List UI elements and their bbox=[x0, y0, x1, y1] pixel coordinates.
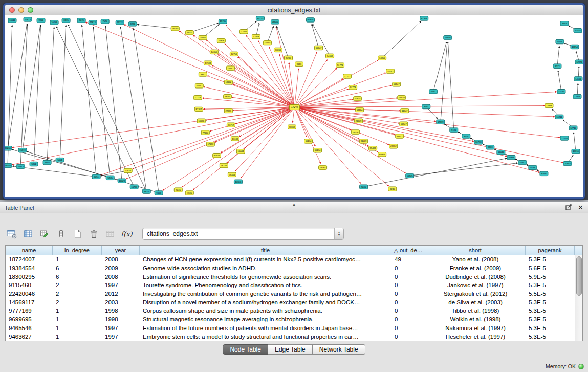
graph-node[interactable]: 16648 bbox=[444, 35, 452, 39]
graph-node[interactable]: 42752 bbox=[195, 84, 203, 88]
graph-node[interactable]: 10154 bbox=[574, 29, 582, 33]
column-header-short[interactable]: short bbox=[425, 246, 526, 255]
close-window-button[interactable] bbox=[9, 7, 15, 13]
graph-node[interactable]: 11813 bbox=[89, 20, 97, 25]
column-header-name[interactable]: name bbox=[6, 246, 53, 255]
graph-node[interactable]: 91469 bbox=[360, 139, 368, 143]
graph-node[interactable]: 12713 bbox=[193, 95, 202, 99]
rename-column-icon[interactable] bbox=[54, 227, 68, 241]
graph-node[interactable]: 92450 bbox=[540, 171, 548, 176]
graph-node[interactable]: 5051 bbox=[56, 158, 64, 162]
graph-node[interactable]: 9245 bbox=[529, 165, 537, 169]
graph-node[interactable]: 95723 bbox=[256, 16, 264, 20]
graph-node[interactable]: 87771 bbox=[349, 85, 357, 90]
graph-node[interactable]: 13262 bbox=[224, 80, 232, 84]
graph-node[interactable]: 17210 bbox=[560, 136, 569, 140]
graph-node[interactable]: 10306 bbox=[234, 180, 242, 184]
graph-node[interactable]: 9105 bbox=[462, 134, 470, 138]
graph-node[interactable]: 18757 bbox=[386, 69, 395, 73]
graph-node[interactable]: 9687 bbox=[223, 94, 231, 98]
graph-node[interactable]: 10313 bbox=[16, 164, 25, 168]
graph-node[interactable]: 14016 bbox=[352, 130, 360, 134]
column-header-out_de[interactable]: △ out_de… bbox=[391, 246, 425, 255]
graph-node[interactable]: 67919 bbox=[437, 120, 445, 124]
graph-node[interactable]: 9597 bbox=[560, 21, 569, 26]
network-canvas[interactable]: 1661222613996410154813590701181375701512… bbox=[5, 15, 583, 197]
tab-network-table[interactable]: Network Table bbox=[313, 344, 365, 355]
graph-node[interactable]: 15134 bbox=[304, 139, 313, 143]
graph-node[interactable]: 17594 bbox=[204, 61, 212, 65]
graph-node[interactable]: 16733 bbox=[130, 185, 138, 189]
graph-node[interactable]: 14154 bbox=[574, 77, 582, 81]
graph-node[interactable]: 9191 bbox=[450, 128, 458, 132]
graph-node[interactable]: 16733 bbox=[474, 140, 483, 144]
graph-node[interactable]: 81304 bbox=[307, 18, 315, 22]
graph-node[interactable]: 36717 bbox=[227, 123, 235, 127]
graph-node[interactable]: 9245 bbox=[174, 188, 182, 192]
graph-node[interactable]: 7570 bbox=[101, 19, 109, 24]
graph-node[interactable]: 5905 bbox=[106, 176, 114, 180]
graph-node[interactable]: 9105 bbox=[155, 191, 163, 195]
graph-node[interactable]: 9021 bbox=[185, 31, 193, 35]
graph-node[interactable]: 9862 bbox=[199, 72, 207, 76]
graph-node[interactable]: 10945 bbox=[507, 155, 515, 159]
show-columns-icon[interactable] bbox=[21, 227, 35, 241]
graph-node[interactable]: 17249 bbox=[289, 105, 299, 110]
graph-node[interactable]: 18302 bbox=[288, 125, 296, 129]
new-document-icon[interactable] bbox=[71, 227, 84, 241]
graph-node[interactable]: 78154 bbox=[220, 163, 228, 167]
graph-node[interactable]: 5901 bbox=[30, 162, 38, 166]
graph-node[interactable]: 17635 bbox=[124, 168, 132, 172]
graph-node[interactable]: 9833 bbox=[142, 189, 150, 193]
graph-node[interactable]: 54931 bbox=[396, 134, 404, 138]
graph-node[interactable]: 12756 bbox=[230, 52, 238, 56]
graph-node[interactable]: 9245 bbox=[388, 187, 397, 191]
function-builder-icon[interactable]: f(x) bbox=[120, 227, 134, 241]
graph-node[interactable]: 14650 bbox=[210, 50, 218, 54]
graph-node[interactable]: 15910 bbox=[398, 95, 406, 99]
graph-node[interactable]: 10945 bbox=[406, 173, 414, 178]
graph-node[interactable]: 15121 bbox=[116, 20, 124, 25]
graph-node[interactable]: 5905 bbox=[43, 160, 51, 164]
edit-table-icon[interactable] bbox=[38, 227, 52, 241]
graph-node[interactable]: 16816 bbox=[274, 48, 282, 52]
graph-node[interactable]: 80965 bbox=[378, 152, 386, 156]
graph-node[interactable]: 6791 bbox=[429, 90, 438, 94]
graph-node[interactable]: 10211 bbox=[555, 115, 563, 119]
graph-node[interactable]: 74850 bbox=[378, 56, 386, 60]
column-header-year[interactable]: year bbox=[102, 246, 140, 255]
graph-node[interactable]: 76344 bbox=[228, 172, 236, 177]
graph-node[interactable]: 12974 bbox=[575, 60, 583, 64]
graph-node[interactable]: 49312 bbox=[389, 144, 398, 148]
graph-node[interactable]: 16046 bbox=[497, 150, 505, 155]
graph-node[interactable]: 15547 bbox=[315, 46, 323, 50]
network-window[interactable]: citations_edges.txt 16612226139964101548… bbox=[3, 3, 585, 199]
graph-node[interactable]: 22406 bbox=[239, 30, 248, 34]
graph-node[interactable]: 16547 bbox=[400, 122, 408, 126]
network-window-titlebar[interactable]: citations_edges.txt bbox=[5, 5, 583, 16]
graph-node[interactable]: 22613 bbox=[24, 17, 32, 21]
tab-node-table[interactable]: Node Table bbox=[223, 344, 268, 355]
graph-node[interactable]: 91504 bbox=[212, 153, 221, 157]
graph-node[interactable]: 10154 bbox=[50, 20, 58, 25]
graph-node[interactable]: 19193 bbox=[5, 163, 12, 167]
graph-node[interactable]: 27351 bbox=[224, 108, 232, 113]
graph-node[interactable]: 20057 bbox=[199, 35, 207, 39]
graph-node[interactable]: 5051 bbox=[92, 174, 100, 179]
minimize-window-button[interactable] bbox=[18, 7, 24, 13]
table-row[interactable]: 1456911722003Disruption of a novel membe… bbox=[6, 298, 575, 307]
zoom-window-button[interactable] bbox=[28, 7, 33, 13]
graph-node[interactable]: 85493 bbox=[369, 146, 377, 150]
graph-node[interactable]: 15134 bbox=[314, 148, 322, 152]
graph-node[interactable]: 25260 bbox=[5, 146, 12, 150]
graph-node[interactable]: 12754 bbox=[263, 40, 271, 45]
graph-node[interactable]: 15731 bbox=[219, 19, 227, 24]
graph-node[interactable]: 15154 bbox=[571, 45, 579, 49]
splitter-handle-icon[interactable]: ▴ bbox=[293, 202, 295, 207]
graph-node[interactable]: 77717 bbox=[343, 74, 352, 78]
tab-edge-table[interactable]: Edge Table bbox=[268, 344, 313, 355]
graph-node[interactable]: 9964 bbox=[37, 18, 45, 23]
graph-node[interactable]: 12710 bbox=[569, 126, 577, 130]
table-row[interactable]: 1872400712008Changes of HCN gene express… bbox=[6, 255, 575, 264]
float-panel-icon[interactable] bbox=[565, 203, 572, 212]
